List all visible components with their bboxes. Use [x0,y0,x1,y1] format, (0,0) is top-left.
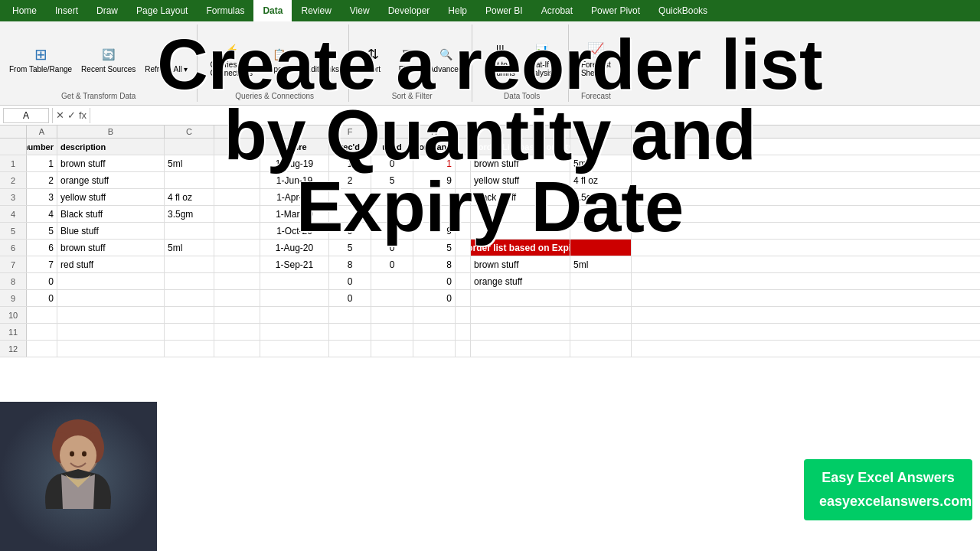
cell-a4[interactable]: 4 [27,206,57,222]
cell-reference-box[interactable] [3,108,49,123]
cell-g9[interactable] [371,290,413,306]
cell-a5[interactable]: 5 [27,223,57,239]
cell-b7[interactable]: red stuff [57,256,165,272]
cell-a1[interactable]: 1 [27,155,57,171]
tab-developer[interactable]: Developer [379,0,439,21]
cell-g7[interactable]: 0 [371,256,413,272]
cell-h1[interactable]: 1 [413,155,456,171]
cell-a11[interactable] [27,324,57,340]
cell-i3[interactable]: Black stuff [471,189,570,205]
cell-f4[interactable] [329,206,371,222]
cell-g11[interactable] [371,324,413,340]
cell-f10[interactable] [329,307,371,323]
cell-d11[interactable] [214,324,260,340]
tab-home[interactable]: Home [3,0,46,21]
cell-h3[interactable] [413,189,456,205]
col-header-g[interactable]: G [371,126,413,138]
cell-i12[interactable] [471,341,570,357]
cell-e7[interactable]: 1-Sep-21 [260,256,329,272]
col-header-f[interactable]: F [329,126,371,138]
cell-c3[interactable]: 4 fl oz [165,189,214,205]
col-header-e[interactable]: E [260,126,329,138]
cell-a6[interactable]: 6 [27,240,57,256]
cell-header-used[interactable]: used [371,139,413,155]
cell-g4[interactable] [371,206,413,222]
cell-f9[interactable]: 0 [329,290,371,306]
cell-b5[interactable]: Blue stuff [57,223,165,239]
cell-g2[interactable]: 5 [371,172,413,188]
queries-connections-button[interactable]: ⚡ Queries &Connections [207,37,256,79]
cell-h4[interactable] [413,206,456,222]
cell-header-expire[interactable]: expire [260,139,329,155]
tab-review[interactable]: Review [292,0,340,21]
cell-j2[interactable]: 4 fl oz [570,172,632,188]
cell-j5[interactable] [570,223,632,239]
cell-f2[interactable]: 2 [329,172,371,188]
cell-a10[interactable] [27,307,57,323]
cell-b4[interactable]: Black stuff [57,206,165,222]
cell-e10[interactable] [260,307,329,323]
cell-j11[interactable] [570,324,632,340]
cell-d8[interactable] [214,273,260,289]
cell-e2[interactable]: 1-Jun-19 [260,172,329,188]
cell-j9[interactable] [570,290,632,306]
cell-header-number[interactable]: number [27,139,57,155]
cell-d1[interactable] [214,155,260,171]
cell-f3[interactable] [329,189,371,205]
cell-header-recd[interactable]: rec'd [329,139,371,155]
cell-b1[interactable]: brown stuff [57,155,165,171]
cell-c4[interactable]: 3.5gm [165,206,214,222]
tab-quickbooks[interactable]: QuickBooks [649,0,717,21]
cell-h11[interactable] [413,324,456,340]
cell-e4[interactable]: 1-Mar-20 [260,206,329,222]
cell-d5[interactable] [214,223,260,239]
edit-links-button[interactable]: 🔗 Edit Links [303,42,342,75]
cell-f1[interactable]: 1 [329,155,371,171]
cell-i8[interactable]: orange stuff [471,273,570,289]
cell-g5[interactable]: 0 [371,223,413,239]
tab-page-layout[interactable]: Page Layout [127,0,197,21]
cell-i11[interactable] [471,324,570,340]
cell-j12[interactable] [570,341,632,357]
cell-e5[interactable]: 1-Oct-20 [260,223,329,239]
cell-e11[interactable] [260,324,329,340]
col-header-j[interactable]: J [570,126,632,138]
cell-g6[interactable]: 0 [371,240,413,256]
what-if-button[interactable]: 📊 What-IfAnalysis ▾ [521,37,562,79]
cell-b10[interactable] [57,307,165,323]
cell-j1[interactable]: 5ml [570,155,632,171]
col-header-h[interactable]: H [413,126,456,138]
cell-b9[interactable] [57,290,165,306]
cell-header-onhand[interactable]: on hand [413,139,456,155]
cell-b11[interactable] [57,324,165,340]
cell-e9[interactable] [260,290,329,306]
properties-button[interactable]: 📋 Properties [259,42,300,75]
cell-c7[interactable] [165,256,214,272]
cell-d4[interactable] [214,206,260,222]
cell-g12[interactable] [371,341,413,357]
text-columns-button[interactable]: ||| Text toColumns [482,37,518,79]
cell-e1[interactable]: 1-Aug-19 [260,155,329,171]
cell-g10[interactable] [371,307,413,323]
cell-a9[interactable]: 0 [27,290,57,306]
cell-header-c[interactable] [165,139,214,155]
tab-insert[interactable]: Insert [46,0,87,21]
cell-d7[interactable] [214,256,260,272]
cell-e8[interactable] [260,273,329,289]
cell-c8[interactable] [165,273,214,289]
tab-data[interactable]: Data [253,0,292,21]
cell-f7[interactable]: 8 [329,256,371,272]
cell-i10[interactable] [471,307,570,323]
refresh-all-button[interactable]: ↻ Refresh All ▾ [142,42,191,75]
cell-b12[interactable] [57,341,165,357]
formula-input[interactable] [93,110,977,121]
cell-a2[interactable]: 2 [27,172,57,188]
cancel-icon[interactable]: ✕ [56,109,64,121]
tab-draw[interactable]: Draw [87,0,127,21]
cell-f8[interactable]: 0 [329,273,371,289]
cell-c2[interactable] [165,172,214,188]
cell-a3[interactable]: 3 [27,189,57,205]
cell-h2[interactable]: 9 [413,172,456,188]
tab-view[interactable]: View [341,0,379,21]
col-header-i[interactable]: I [471,126,570,138]
